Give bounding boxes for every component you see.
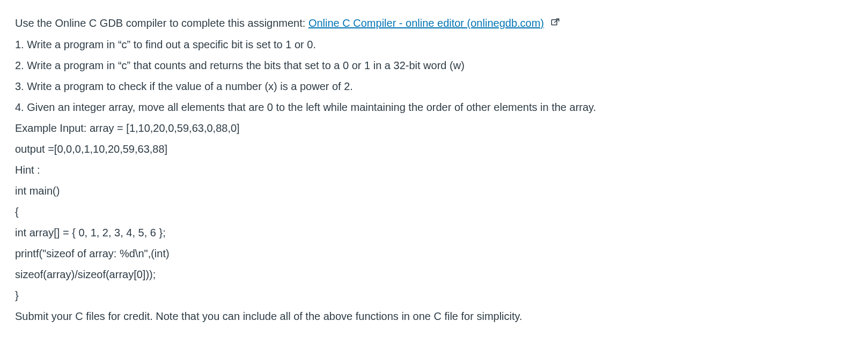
- question-4: 4. Given an integer array, move all elem…: [15, 97, 853, 118]
- question-1: 1. Write a program in “c” to find out a …: [15, 34, 853, 55]
- hint-code-6: }: [15, 285, 853, 306]
- hint-code-3: int array[] = { 0, 1, 2, 3, 4, 5, 6 };: [15, 222, 853, 243]
- external-link-icon: [550, 13, 560, 34]
- intro-line: Use the Online C GDB compiler to complet…: [15, 13, 853, 34]
- hint-code-5: sizeof(array)/sizeof(array[0]));: [15, 264, 853, 285]
- example-output: output =[0,0,0,1,10,20,59,63,88]: [15, 139, 853, 160]
- intro-text: Use the Online C GDB compiler to complet…: [15, 17, 308, 29]
- hint-code-4: printf("sizeof of array: %d\n",(int): [15, 243, 853, 264]
- example-input: Example Input: array = [1,10,20,0,59,63,…: [15, 118, 853, 139]
- footer-text: Submit your C files for credit. Note tha…: [15, 306, 853, 327]
- hint-code-2: {: [15, 202, 853, 222]
- compiler-link[interactable]: Online C Compiler - online editor (onlin…: [308, 17, 544, 29]
- hint-label: Hint :: [15, 160, 853, 181]
- hint-code-1: int main(): [15, 181, 853, 202]
- question-3: 3. Write a program to check if the value…: [15, 76, 853, 97]
- question-2: 2. Write a program in “c” that counts an…: [15, 55, 853, 76]
